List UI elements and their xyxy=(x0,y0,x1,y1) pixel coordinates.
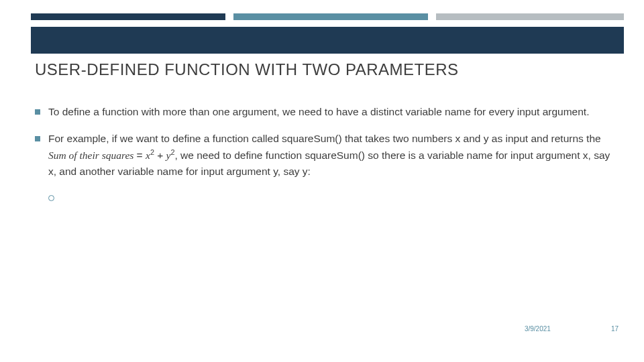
stripe-navy xyxy=(31,13,225,20)
math-eq: = xyxy=(133,149,146,161)
slide-footer: 3/9/2021 17 xyxy=(525,325,619,333)
sub-bullet-item xyxy=(48,190,617,201)
square-bullet-icon xyxy=(35,136,40,141)
stripe-gray xyxy=(436,13,624,20)
bullet-text: To define a function with more than one … xyxy=(48,104,617,120)
stripe-teal xyxy=(233,13,428,20)
footer-date: 3/9/2021 xyxy=(525,325,551,333)
bullet-text: For example, if we want to define a func… xyxy=(48,131,617,180)
slide-title: USER-DEFINED FUNCTION WITH TWO PARAMETER… xyxy=(35,60,459,79)
slide-content: To define a function with more than one … xyxy=(35,104,617,201)
bullet-item-1: To define a function with more than one … xyxy=(35,104,617,120)
math-var-x: x xyxy=(146,149,150,161)
square-bullet-icon xyxy=(35,109,40,115)
math-plus: + xyxy=(154,149,166,161)
footer-page-number: 17 xyxy=(611,325,619,333)
bullet-item-2: For example, if we want to define a func… xyxy=(35,131,617,180)
circle-bullet-icon xyxy=(48,195,54,201)
text-fragment: For example, if we want to define a func… xyxy=(48,133,601,144)
math-lhs: Sum of their squares xyxy=(48,149,133,161)
top-accent-stripe xyxy=(31,13,624,20)
title-container: USER-DEFINED FUNCTION WITH TWO PARAMETER… xyxy=(31,54,624,86)
stripe-gap xyxy=(428,13,436,20)
stripe-gap xyxy=(225,13,233,20)
